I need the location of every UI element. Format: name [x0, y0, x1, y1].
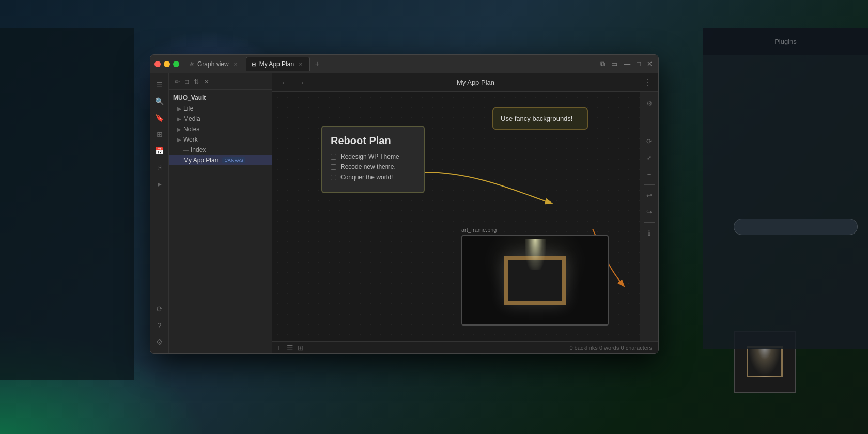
checkbox-label-3: Conquer the world! — [340, 174, 393, 181]
sidebar-item-media[interactable]: ▶ Media — [169, 114, 272, 124]
sort-icon[interactable]: ⇅ — [192, 76, 200, 87]
graph-icon[interactable]: ⊞ — [152, 127, 167, 142]
add-card-button[interactable]: □ — [278, 344, 283, 352]
help-icon[interactable]: ? — [152, 318, 167, 333]
controls-divider-3 — [644, 222, 655, 223]
media-arrow: ▶ — [177, 116, 181, 122]
checkbox-label-2: Recode new theme. — [340, 163, 396, 171]
minimize-button[interactable] — [164, 61, 170, 67]
layout-icon[interactable]: ▭ — [610, 58, 619, 69]
undo-button[interactable]: ↩ — [642, 188, 657, 203]
reboot-plan-card-content: Reboot Plan Redesign WP Theme Recode new… — [322, 127, 424, 192]
reboot-plan-card[interactable]: Reboot Plan Reboot Plan Redesign WP Them… — [321, 126, 425, 193]
work-arrow: ▶ — [177, 137, 181, 143]
sidebar-header: ✏ □ ⇅ ✕ — [169, 73, 272, 90]
close-sidebar-icon[interactable]: ✕ — [203, 76, 211, 87]
add-note-button[interactable]: ☰ — [287, 344, 293, 352]
art-frame-container[interactable]: art_frame.png — [461, 227, 609, 326]
bg-top-title-text: Plugins — [774, 38, 797, 45]
files-icon[interactable]: ☰ — [152, 78, 167, 92]
title-bar: ⚛ Graph view ✕ ⊞ My App Plan ✕ + ⧉ ▭ — □… — [150, 55, 658, 73]
close-button[interactable] — [154, 61, 161, 67]
zoom-in-button[interactable]: + — [642, 117, 657, 132]
controls-divider-2 — [644, 184, 655, 185]
art-frame-image — [461, 235, 609, 326]
controls-divider-1 — [644, 114, 655, 114]
tab-graph-view[interactable]: ⚛ Graph view ✕ — [183, 57, 245, 71]
sidebar-item-notes-label: Notes — [183, 126, 199, 133]
calendar-icon[interactable]: 📅 — [152, 144, 167, 158]
checkbox-1[interactable] — [331, 154, 336, 160]
more-options-button[interactable]: ⋮ — [644, 78, 652, 87]
canvas-settings-button[interactable]: ⚙ — [642, 96, 657, 111]
maximize-button[interactable] — [173, 61, 179, 67]
settings-icon[interactable]: ⚙ — [152, 335, 167, 349]
art-frame-inner — [504, 256, 566, 305]
refresh-button[interactable]: ⟳ — [642, 134, 657, 148]
info-button[interactable]: ℹ — [642, 226, 657, 240]
window-controls — [154, 61, 179, 67]
sidebar-item-my-app-plan[interactable]: My App Plan CANVAS — [169, 155, 272, 165]
vault-name: MUO_Vault — [173, 94, 206, 101]
add-media-button[interactable]: ⊞ — [298, 344, 304, 352]
copy-icon[interactable]: ⎘ — [152, 160, 167, 175]
checkbox-item-3[interactable]: Conquer the world! — [331, 174, 415, 181]
nav-bar: ← → My App Plan ⋮ — [272, 73, 658, 92]
app-plan-tab-close[interactable]: ✕ — [297, 61, 304, 68]
window-body: ☰ 🔍 🔖 ⊞ 📅 ⎘ ▶ ⟳ ? ⚙ ✏ □ ⇅ ✕ MUO_Vault — [150, 73, 658, 353]
notes-arrow: ▶ — [177, 127, 181, 132]
bg-top-bar: Plugins — [703, 28, 868, 55]
sync-icon[interactable]: ⟳ — [152, 302, 167, 316]
add-tab-button[interactable]: + — [311, 58, 323, 70]
sidebar-item-index[interactable]: — Index — [169, 145, 272, 155]
activity-bar: ☰ 🔍 🔖 ⊞ 📅 ⎘ ▶ ⟳ ? ⚙ — [150, 73, 169, 353]
checkbox-2[interactable] — [331, 164, 336, 170]
layout-split-icon[interactable]: ⧉ — [599, 58, 607, 70]
reboot-plan-title: Reboot Plan — [331, 135, 415, 147]
checkbox-item-1[interactable]: Redesign WP Theme — [331, 153, 415, 160]
art-frame-label: art_frame.png — [461, 227, 609, 233]
nav-title: My App Plan — [312, 79, 640, 86]
fancy-bg-card[interactable]: Use fancy backgrounds! — [492, 107, 588, 130]
fit-view-button[interactable]: ⤢ — [642, 150, 657, 165]
app-plan-tab-icon: ⊞ — [252, 61, 256, 68]
sidebar-item-life-label: Life — [183, 105, 193, 112]
bookmark-icon[interactable]: 🔖 — [152, 111, 167, 125]
title-close-icon[interactable]: ✕ — [645, 58, 654, 69]
back-button[interactable]: ← — [278, 77, 291, 88]
status-bar: □ ☰ ⊞ 0 backlinks 0 words 0 characters — [272, 341, 658, 353]
canvas-area[interactable]: Reboot Plan Reboot Plan Redesign WP Them… — [272, 92, 640, 341]
sidebar-item-life[interactable]: ▶ Life — [169, 103, 272, 114]
fancy-bg-text: Use fancy backgrounds! — [501, 115, 580, 122]
sidebar-item-index-label: Index — [191, 146, 206, 153]
terminal-icon[interactable]: ▶ — [152, 177, 167, 191]
graph-view-tab-close[interactable]: ✕ — [232, 61, 239, 68]
sidebar-content: MUO_Vault ▶ Life ▶ Media ▶ Notes ▶ Work — [169, 90, 272, 353]
tab-my-app-plan[interactable]: ⊞ My App Plan ✕ — [246, 57, 310, 71]
life-arrow: ▶ — [177, 106, 181, 112]
tab-bar: ⚛ Graph view ✕ ⊞ My App Plan ✕ + — [183, 57, 599, 71]
checkbox-item-2[interactable]: Recode new theme. — [331, 163, 415, 171]
sidebar: ✏ □ ⇅ ✕ MUO_Vault ▶ Life ▶ Media ▶ — [169, 73, 272, 353]
checkbox-3[interactable] — [331, 175, 336, 180]
redo-button[interactable]: ↪ — [642, 205, 657, 219]
forward-button[interactable]: → — [295, 77, 307, 88]
index-dash: — — [183, 147, 189, 153]
zoom-out-button[interactable]: − — [642, 167, 657, 181]
sidebar-item-media-label: Media — [183, 115, 200, 122]
canvas-right-bar: ⚙ + ⟳ ⤢ − ↩ ↪ ℹ — [640, 92, 658, 341]
search-icon[interactable]: 🔍 — [152, 94, 167, 109]
background-left-panel — [0, 28, 134, 380]
sidebar-item-work-label: Work — [183, 136, 198, 143]
bg-search-input — [734, 219, 858, 235]
title-maximize-icon[interactable]: □ — [635, 58, 642, 69]
title-bar-right-controls: ⧉ ▭ — □ ✕ — [599, 58, 654, 70]
graph-view-tab-label: Graph view — [197, 60, 229, 68]
title-minimize-icon[interactable]: — — [622, 58, 632, 69]
sidebar-item-app-plan-label: My App Plan — [183, 157, 218, 164]
sidebar-item-notes[interactable]: ▶ Notes — [169, 124, 272, 134]
new-folder-icon[interactable]: □ — [183, 76, 190, 87]
bg-art-inner — [747, 346, 783, 377]
sidebar-item-work[interactable]: ▶ Work — [169, 134, 272, 145]
edit-icon[interactable]: ✏ — [173, 76, 181, 87]
